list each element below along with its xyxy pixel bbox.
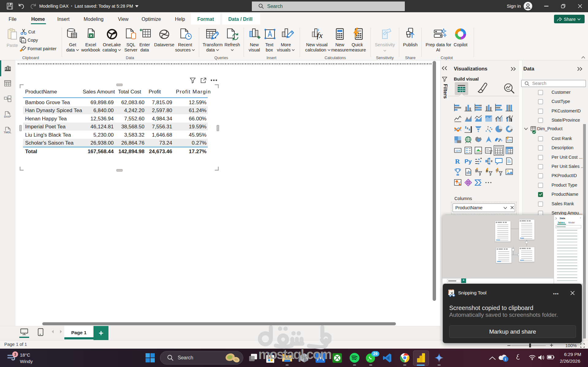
svg-text:R: R <box>455 157 460 165</box>
svg-text:Py: Py <box>465 158 472 165</box>
svg-text:123: 123 <box>455 149 460 152</box>
svg-text:DAX: DAX <box>4 115 10 118</box>
svg-text:TMDL: TMDL <box>4 131 11 134</box>
svg-text:A: A <box>486 169 488 173</box>
svg-text:fx: fx <box>317 31 323 40</box>
